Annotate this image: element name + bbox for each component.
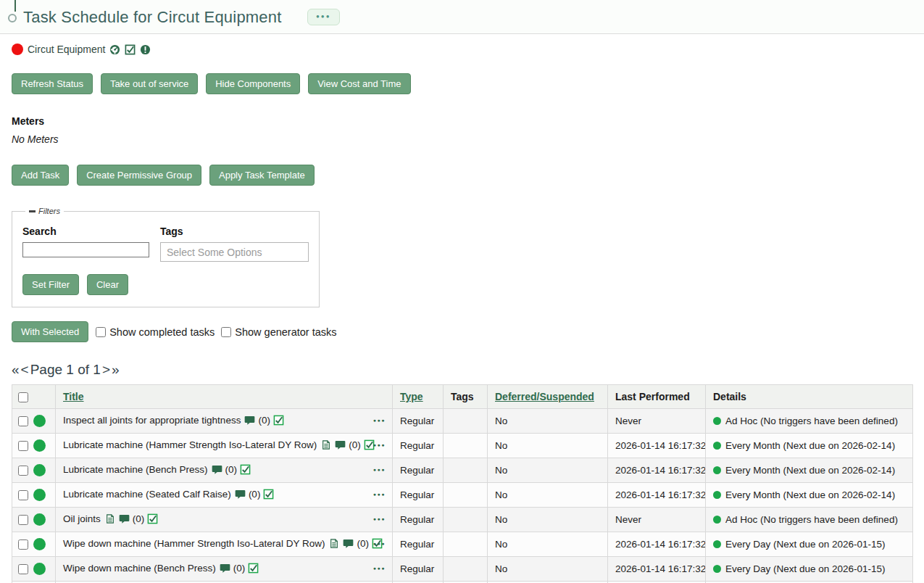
- task-last-performed: 2026-01-14 16:17:32: [608, 458, 706, 483]
- row-more-actions-button[interactable]: ●●●: [373, 492, 386, 497]
- hide-components-button[interactable]: Hide Components: [206, 73, 300, 94]
- sort-deferred-link[interactable]: Deferred/Suspended: [495, 391, 594, 402]
- asset-name: Circut Equipment: [28, 44, 105, 55]
- task-type: Regular: [393, 434, 444, 458]
- more-actions-button[interactable]: ●●●: [307, 9, 340, 25]
- comment-icon[interactable]: [343, 540, 354, 551]
- task-check-square-icon[interactable]: [240, 466, 251, 477]
- task-tags: [444, 409, 488, 434]
- task-tags: [444, 557, 488, 582]
- document-icon[interactable]: [105, 516, 115, 526]
- apply-task-template-button[interactable]: Apply Task Template: [209, 165, 315, 186]
- row-more-actions-button[interactable]: ●●●: [373, 418, 386, 423]
- task-check-square-icon[interactable]: [263, 491, 274, 502]
- task-deferred: No: [488, 508, 608, 532]
- document-icon[interactable]: [329, 540, 339, 551]
- collapse-minus-icon[interactable]: [29, 210, 36, 212]
- task-actions: Add Task Create Permissive Group Apply T…: [12, 165, 912, 186]
- sort-title-link[interactable]: Title: [63, 391, 84, 402]
- row-more-actions-button[interactable]: ●●●: [373, 442, 386, 447]
- page-header: Task Schedule for Circut Equipment ●●●: [0, 0, 924, 34]
- show-generator-checkbox[interactable]: [221, 327, 231, 337]
- task-row: Oil joints(0) ●●● Regular No Never Ad Ho…: [12, 508, 913, 532]
- row-select-checkbox[interactable]: [18, 490, 28, 500]
- task-title[interactable]: Lubricate machine (Hammer Strength Iso-L…: [63, 439, 317, 450]
- row-more-actions-button[interactable]: ●●●: [373, 467, 386, 472]
- task-details: Every Day (Next due on 2026-01-15): [706, 557, 913, 582]
- task-tags: [444, 458, 488, 483]
- clear-filter-button[interactable]: Clear: [87, 274, 128, 295]
- details-text: Every Month (Next due on 2026-02-14): [725, 440, 895, 451]
- gauge-icon[interactable]: [109, 44, 120, 55]
- show-completed-label: Show completed tasks: [109, 326, 215, 338]
- task-deferred: No: [488, 409, 608, 434]
- task-check-square-icon[interactable]: [273, 417, 284, 428]
- select-all-checkbox[interactable]: [18, 392, 28, 402]
- task-last-performed: 2026-01-14 16:17:32: [608, 483, 706, 508]
- row-more-actions-button[interactable]: ●●●: [373, 541, 386, 546]
- view-cost-and-time-button[interactable]: View Cost and Time: [308, 73, 410, 94]
- task-check-square-icon[interactable]: [248, 565, 259, 576]
- row-select-checkbox[interactable]: [18, 539, 28, 550]
- task-tags: [444, 434, 488, 458]
- filters-legend[interactable]: Filters: [25, 207, 64, 215]
- task-last-performed: Never: [608, 508, 706, 532]
- task-check-square-icon[interactable]: [147, 516, 158, 526]
- details-text: Every Month (Next due on 2026-02-14): [725, 465, 895, 476]
- task-status-dot: [33, 563, 46, 575]
- exclamation-circle-icon[interactable]: [140, 44, 151, 55]
- details-status-dot: [713, 466, 721, 474]
- create-permissive-group-button[interactable]: Create Permissive Group: [77, 165, 201, 186]
- refresh-status-button[interactable]: Refresh Status: [12, 73, 93, 94]
- details-status-dot: [713, 442, 721, 450]
- task-row: Wipe down machine (Hammer Strength Iso-L…: [12, 532, 913, 557]
- row-select-checkbox[interactable]: [18, 466, 28, 476]
- task-title[interactable]: Wipe down machine (Bench Press): [63, 563, 216, 574]
- document-icon[interactable]: [321, 442, 331, 452]
- first-page-link[interactable]: «: [12, 362, 20, 377]
- row-select-checkbox[interactable]: [18, 441, 28, 451]
- show-completed-checkbox[interactable]: [96, 327, 106, 337]
- details-status-dot: [713, 565, 721, 573]
- task-type: Regular: [393, 508, 444, 532]
- row-more-actions-button[interactable]: ●●●: [373, 516, 386, 521]
- last-page-link[interactable]: »: [112, 362, 120, 377]
- comment-icon[interactable]: [244, 417, 255, 428]
- prev-page-link[interactable]: <: [21, 362, 29, 377]
- row-more-actions-button[interactable]: ●●●: [373, 566, 386, 571]
- task-type: Regular: [393, 532, 444, 557]
- tags-column-header: Tags: [444, 385, 488, 409]
- task-title[interactable]: Lubricate machine (Bench Press): [63, 464, 208, 475]
- details-column-header: Details: [706, 385, 913, 409]
- comment-icon[interactable]: [335, 442, 346, 452]
- add-task-button[interactable]: Add Task: [12, 165, 69, 186]
- row-select-checkbox[interactable]: [18, 515, 28, 525]
- comment-icon[interactable]: [235, 491, 246, 502]
- show-generator-label: Show generator tasks: [235, 326, 336, 338]
- take-out-of-service-button[interactable]: Take out of service: [101, 73, 198, 94]
- task-type: Regular: [393, 458, 444, 483]
- row-select-checkbox[interactable]: [18, 416, 28, 426]
- details-text: Every Day (Next due on 2026-01-15): [725, 563, 886, 574]
- sort-type-link[interactable]: Type: [400, 391, 423, 402]
- details-status-dot: [713, 540, 721, 548]
- task-tags: [444, 483, 488, 508]
- set-filter-button[interactable]: Set Filter: [22, 274, 79, 295]
- with-selected-button[interactable]: With Selected: [12, 321, 88, 342]
- comment-icon[interactable]: [119, 516, 130, 526]
- task-tags: [444, 532, 488, 557]
- task-title[interactable]: Oil joints: [63, 513, 101, 524]
- task-title[interactable]: Wipe down machine (Hammer Strength Iso-L…: [63, 538, 325, 549]
- comment-count: (0): [249, 489, 261, 500]
- next-page-link[interactable]: >: [102, 362, 110, 377]
- task-title[interactable]: Inspect all joints for appropriate tight…: [63, 415, 241, 426]
- details-text: Every Day (Next due on 2026-01-15): [725, 539, 886, 550]
- check-square-icon[interactable]: [125, 44, 136, 55]
- task-row: Inspect all joints for appropriate tight…: [12, 409, 913, 434]
- task-title[interactable]: Lubricate machine (Seated Calf Raise): [63, 489, 231, 500]
- comment-icon[interactable]: [212, 466, 222, 477]
- comment-icon[interactable]: [220, 565, 230, 576]
- search-input[interactable]: [22, 242, 149, 257]
- tags-input[interactable]: [160, 242, 309, 262]
- row-select-checkbox[interactable]: [18, 564, 28, 574]
